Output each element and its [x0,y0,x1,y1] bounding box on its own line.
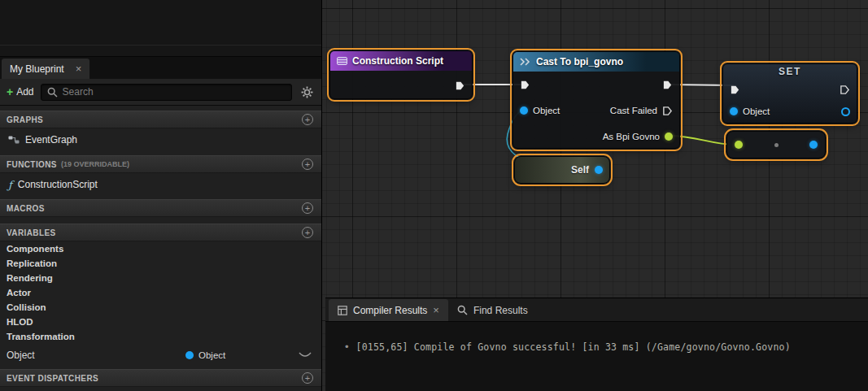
log-bullet: • [345,341,349,352]
exec-out-pin[interactable] [840,85,850,95]
set-object-row: Object [723,100,857,123]
bottom-panel: Compiler Results × Find Results • [0155,… [325,298,868,391]
object-output-pin[interactable] [841,107,850,116]
graph-item-eventgraph[interactable]: EventGraph [0,128,321,151]
node-variable-compact[interactable] [726,131,826,159]
search-icon [47,87,58,98]
function-item-constructionscript[interactable]: ƒ ConstructionScript [0,173,321,196]
object-input-pin[interactable] [520,106,528,115]
gear-icon [301,86,313,98]
variables-section-header[interactable]: VARIABLES + [0,224,321,241]
function-item-label: ConstructionScript [18,179,98,190]
construction-script-icon [337,57,347,65]
plus-icon: + [7,85,13,98]
cast-icon [520,58,531,66]
blueprint-editor: My Blueprint × + Add Search GRAPHS + Eve… [0,0,868,391]
as-bpi-govno-label: As Bpi Govno [603,132,660,141]
search-placeholder: Search [63,86,94,98]
variable-type-label: Object [198,350,225,360]
variables-section-label: VARIABLES [7,228,56,237]
tab-my-blueprint[interactable]: My Blueprint × [2,59,89,79]
variable-visibility-toggle[interactable] [299,352,312,358]
panel-tab-bar: My Blueprint × [0,57,321,79]
compiler-results-icon [338,306,347,315]
tab-compiler-results[interactable]: Compiler Results × [329,299,448,321]
graphs-section-label: GRAPHS [7,115,43,124]
exec-in-pin[interactable] [520,80,530,90]
functions-overridable-note: (19 OVERRIDABLE) [61,160,129,168]
cast-exec-row [513,72,679,98]
self-label: Self [571,164,589,176]
add-graph-icon[interactable]: + [302,114,313,125]
graph-item-label: EventGraph [25,134,77,146]
variable-type-pill[interactable]: Object [185,350,225,360]
compiler-log-entry[interactable]: [0155,65] Compile of Govno successful! [… [356,341,791,353]
collapsed-pin-dot [774,143,779,147]
close-tab-icon[interactable]: × [76,63,82,74]
node-cast-title: Cast To bpi_govno [536,56,623,67]
as-bpi-govno-output-pin[interactable] [665,133,673,141]
variable-name: Object [7,350,185,361]
tab-find-results-label: Find Results [473,305,528,316]
add-button[interactable]: + Add [7,85,34,98]
closed-eye-icon [299,352,312,358]
exec-in-pin[interactable] [730,85,740,95]
search-icon [457,305,468,315]
object-type-pin-icon [185,351,194,359]
cast-failed-label: Cast Failed [610,106,657,115]
class-input-pin[interactable] [735,141,743,149]
panel-toolbar: + Add Search [0,79,321,106]
variable-category-transformation[interactable]: Transformation [0,329,321,344]
functions-header-text: FUNCTIONS (19 OVERRIDABLE) [7,160,129,169]
variable-category-actor[interactable]: Actor [0,285,321,300]
object-input-label: Object [533,106,560,115]
macros-section-label: MACROS [7,204,45,213]
eventgraph-icon [8,135,20,145]
add-button-label: Add [16,86,33,98]
variable-category-components[interactable]: Components [0,241,321,256]
node-construction-header[interactable]: Construction Script [330,51,472,71]
macros-section-header[interactable]: MACROS + [0,199,321,217]
variable-category-replication[interactable]: Replication [0,256,321,271]
variable-category-rendering[interactable]: Rendering [0,271,321,285]
object-output-pin[interactable] [809,141,818,149]
cast-object-row: Object Cast Failed [513,98,679,124]
set-node-title: SET [723,64,857,79]
cast-failed-exec-pin[interactable] [662,106,673,116]
variable-row-object[interactable]: Object Object [0,345,321,365]
node-cast-to-bpi-govno[interactable]: Cast To bpi_govno Object Cast Failed [513,51,680,149]
panel-top-spacer [0,0,321,57]
node-construction-script[interactable]: Construction Script [329,50,473,99]
set-exec-row [723,79,857,100]
object-input-label: Object [743,106,770,116]
add-function-icon[interactable]: + [302,159,313,170]
tab-find-results[interactable]: Find Results [448,299,537,321]
cast-result-row: As Bpi Govno [513,124,679,150]
variable-category-collision[interactable]: Collision [0,300,321,315]
node-construction-title: Construction Script [352,55,443,67]
node-self[interactable]: Self [514,156,610,184]
bottom-tab-bar: Compiler Results × Find Results [325,298,868,322]
tab-compiler-results-label: Compiler Results [353,305,427,316]
my-blueprint-panel: My Blueprint × + Add Search GRAPHS + Eve… [0,0,322,391]
exec-out-pin[interactable] [455,80,465,91]
graphs-section-header[interactable]: GRAPHS + [0,111,321,128]
add-macro-icon[interactable]: + [302,202,313,214]
self-output-pin[interactable] [595,166,603,174]
node-cast-header[interactable]: Cast To bpi_govno [513,52,679,72]
function-icon: ƒ [8,179,12,191]
node-set-variable[interactable]: SET Object [722,63,857,124]
functions-section-header[interactable]: FUNCTIONS (19 OVERRIDABLE) + [0,155,321,173]
settings-button[interactable] [299,86,315,98]
exec-out-pin[interactable] [662,80,673,90]
object-input-pin[interactable] [730,107,738,115]
search-input[interactable]: Search [41,84,292,101]
tab-my-blueprint-label: My Blueprint [10,63,64,75]
event-dispatchers-section-header[interactable]: EVENT DISPATCHERS + [0,369,321,387]
compiler-results-content: • [0155,65] Compile of Govno successful!… [325,322,868,353]
add-variable-icon[interactable]: + [302,227,313,238]
variable-category-hlod[interactable]: HLOD [0,315,321,329]
add-event-dispatcher-icon[interactable]: + [302,372,313,384]
functions-section-label: FUNCTIONS [7,160,57,169]
close-tab-icon[interactable]: × [433,305,439,315]
